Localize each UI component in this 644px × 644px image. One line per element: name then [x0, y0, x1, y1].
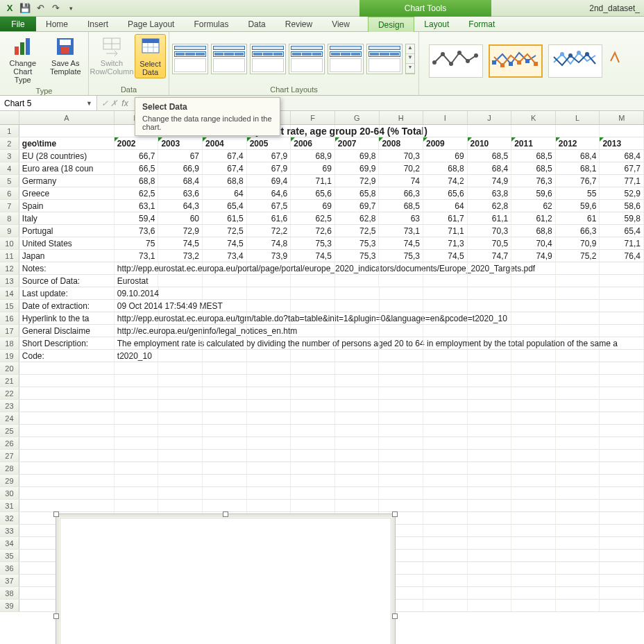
data-cell[interactable]: 63: [379, 212, 423, 224]
country-name[interactable]: Germany: [19, 175, 115, 187]
header-year[interactable]: 2012: [556, 137, 600, 149]
data-cell[interactable]: 61,1: [468, 212, 512, 224]
cell[interactable]: [203, 425, 247, 437]
cell[interactable]: [511, 125, 556, 137]
cell[interactable]: [158, 400, 203, 412]
data-cell[interactable]: 65,8: [335, 187, 380, 199]
row-header[interactable]: 28: [0, 462, 19, 474]
cell[interactable]: [600, 450, 644, 461]
cell[interactable]: [423, 475, 468, 486]
cell[interactable]: [423, 287, 468, 299]
data-cell[interactable]: 71,1: [291, 175, 335, 187]
cell[interactable]: [423, 312, 468, 324]
cell[interactable]: [247, 262, 291, 274]
cell[interactable]: [247, 350, 291, 362]
footer-value[interactable]: http://epp.eurostat.ec.europa.eu/tgm/tab…: [115, 312, 159, 324]
header-year[interactable]: 2013: [600, 137, 644, 149]
cell[interactable]: [468, 300, 512, 312]
cell[interactable]: [511, 587, 556, 599]
data-cell[interactable]: 72,2: [247, 225, 291, 237]
cell[interactable]: [247, 500, 291, 511]
cell[interactable]: [335, 325, 380, 337]
data-cell[interactable]: 72,5: [335, 225, 380, 237]
footer-label[interactable]: Notes:: [19, 262, 115, 274]
cell[interactable]: [511, 387, 556, 399]
header-geo[interactable]: geo\time: [19, 137, 115, 149]
data-cell[interactable]: 65,4: [203, 200, 247, 212]
cell[interactable]: [423, 262, 468, 274]
data-cell[interactable]: 72,6: [291, 225, 335, 237]
cell[interactable]: [511, 500, 556, 511]
header-year[interactable]: 2004: [203, 137, 247, 149]
data-cell[interactable]: 74,5: [203, 237, 247, 249]
footer-value[interactable]: 09 Oct 2014 17:54:49 MEST: [115, 300, 159, 312]
cell[interactable]: [158, 487, 203, 499]
chart-layouts-gallery[interactable]: ▲▼▾: [172, 34, 416, 84]
cell[interactable]: [600, 500, 644, 511]
data-cell[interactable]: 75,3: [291, 237, 335, 249]
cell[interactable]: [158, 462, 203, 474]
cell[interactable]: [247, 325, 291, 337]
cell[interactable]: [423, 550, 468, 561]
data-cell[interactable]: 75,3: [379, 250, 423, 262]
select-data-button[interactable]: Select Data: [135, 34, 166, 78]
data-cell[interactable]: 72,5: [203, 225, 247, 237]
tab-formulas[interactable]: Formulas: [184, 17, 238, 31]
data-cell[interactable]: 68,5: [511, 162, 556, 174]
row-header[interactable]: 26: [0, 437, 19, 449]
cell[interactable]: [203, 312, 247, 324]
row-header[interactable]: 30: [0, 487, 19, 499]
cell[interactable]: [468, 275, 512, 287]
cell[interactable]: [423, 362, 468, 374]
cell[interactable]: [379, 437, 423, 449]
cell[interactable]: [291, 412, 335, 424]
col-header-G[interactable]: G: [335, 111, 380, 124]
cell[interactable]: [291, 387, 335, 399]
cell[interactable]: [247, 400, 291, 412]
cell[interactable]: [423, 400, 468, 412]
data-cell[interactable]: 59,4: [115, 212, 159, 224]
data-cell[interactable]: 69,7: [335, 200, 380, 212]
cell[interactable]: [468, 387, 512, 399]
name-box[interactable]: Chart 5 ▼: [0, 96, 97, 110]
data-cell[interactable]: 64: [203, 187, 247, 199]
data-cell[interactable]: 69: [291, 162, 335, 174]
cell[interactable]: [203, 387, 247, 399]
cell[interactable]: [423, 350, 468, 362]
cell[interactable]: [423, 587, 468, 599]
cell[interactable]: [511, 275, 556, 287]
chart-style-3[interactable]: [548, 44, 602, 78]
cell[interactable]: [556, 587, 600, 599]
cell[interactable]: [556, 525, 600, 536]
cell[interactable]: [600, 487, 644, 499]
cell[interactable]: [159, 325, 203, 337]
header-year[interactable]: 2006: [291, 137, 335, 149]
cell[interactable]: [556, 400, 600, 412]
row-header[interactable]: 3: [0, 150, 19, 162]
cell[interactable]: [203, 475, 247, 486]
cell[interactable]: [468, 287, 512, 299]
row-header[interactable]: 39: [0, 600, 19, 611]
cell[interactable]: [511, 462, 556, 474]
data-cell[interactable]: 66,9: [158, 162, 203, 174]
footer-value[interactable]: http://epp.eurostat.ec.europa.eu/portal/…: [115, 262, 159, 274]
cell[interactable]: [335, 500, 380, 511]
data-cell[interactable]: 66,5: [115, 162, 159, 174]
cell[interactable]: [423, 325, 468, 337]
cell[interactable]: [291, 400, 335, 412]
data-cell[interactable]: 69: [291, 200, 335, 212]
cell[interactable]: [380, 287, 424, 299]
cell[interactable]: [19, 362, 115, 374]
cell[interactable]: [247, 300, 291, 312]
col-header-J[interactable]: J: [468, 111, 512, 124]
cell[interactable]: [468, 325, 512, 337]
cell[interactable]: [423, 387, 468, 399]
cell[interactable]: [335, 412, 380, 424]
col-header-A[interactable]: A: [19, 111, 115, 124]
cell[interactable]: [203, 337, 247, 349]
cell[interactable]: [379, 450, 423, 461]
data-cell[interactable]: 67,4: [203, 162, 247, 174]
data-cell[interactable]: 76,7: [556, 175, 600, 187]
cell[interactable]: [115, 362, 159, 374]
cell[interactable]: [600, 575, 644, 586]
